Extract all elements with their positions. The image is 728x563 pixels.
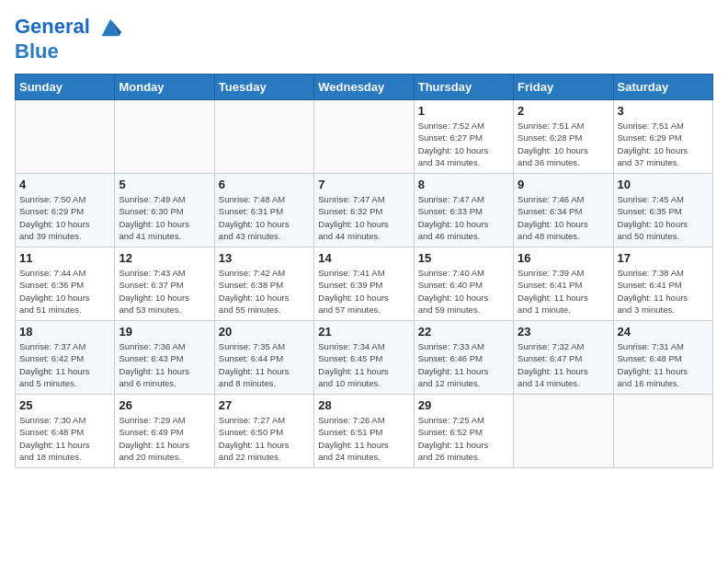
- day-number: 14: [318, 251, 409, 265]
- calendar-cell: 16Sunrise: 7:39 AM Sunset: 6:41 PM Dayli…: [514, 247, 613, 321]
- weekday-header-monday: Monday: [115, 75, 214, 100]
- calendar-cell: 7Sunrise: 7:47 AM Sunset: 6:32 PM Daylig…: [314, 174, 414, 247]
- calendar-cell: 2Sunrise: 7:51 AM Sunset: 6:28 PM Daylig…: [514, 100, 613, 174]
- logo: General Blue: [15, 15, 123, 63]
- day-info: Sunrise: 7:29 AM Sunset: 6:49 PM Dayligh…: [119, 414, 210, 463]
- calendar-cell: 3Sunrise: 7:51 AM Sunset: 6:29 PM Daylig…: [613, 100, 712, 174]
- calendar-week-3: 11Sunrise: 7:44 AM Sunset: 6:36 PM Dayli…: [16, 247, 713, 321]
- logo-general: General: [15, 15, 90, 38]
- weekday-header-thursday: Thursday: [414, 75, 513, 100]
- day-info: Sunrise: 7:32 AM Sunset: 6:47 PM Dayligh…: [518, 340, 609, 389]
- day-number: 3: [618, 104, 709, 118]
- day-info: Sunrise: 7:49 AM Sunset: 6:30 PM Dayligh…: [119, 193, 210, 242]
- day-number: 27: [219, 398, 310, 412]
- calendar-cell: [16, 100, 115, 174]
- calendar-cell: 11Sunrise: 7:44 AM Sunset: 6:36 PM Dayli…: [16, 247, 115, 321]
- calendar-cell: 21Sunrise: 7:34 AM Sunset: 6:45 PM Dayli…: [314, 321, 414, 395]
- day-number: 5: [119, 178, 210, 191]
- calendar-cell: 6Sunrise: 7:48 AM Sunset: 6:31 PM Daylig…: [214, 174, 313, 247]
- calendar-cell: 13Sunrise: 7:42 AM Sunset: 6:38 PM Dayli…: [214, 247, 313, 321]
- day-info: Sunrise: 7:36 AM Sunset: 6:43 PM Dayligh…: [119, 340, 210, 389]
- day-info: Sunrise: 7:40 AM Sunset: 6:40 PM Dayligh…: [418, 267, 509, 316]
- day-number: 18: [19, 325, 110, 339]
- day-info: Sunrise: 7:42 AM Sunset: 6:38 PM Dayligh…: [219, 267, 310, 316]
- calendar-cell: 12Sunrise: 7:43 AM Sunset: 6:37 PM Dayli…: [115, 247, 214, 321]
- day-info: Sunrise: 7:34 AM Sunset: 6:45 PM Dayligh…: [318, 340, 409, 389]
- calendar-week-1: 1Sunrise: 7:52 AM Sunset: 6:27 PM Daylig…: [16, 100, 713, 174]
- calendar-cell: 1Sunrise: 7:52 AM Sunset: 6:27 PM Daylig…: [414, 100, 513, 174]
- day-info: Sunrise: 7:51 AM Sunset: 6:29 PM Dayligh…: [618, 120, 709, 168]
- calendar-cell: 14Sunrise: 7:41 AM Sunset: 6:39 PM Dayli…: [314, 247, 414, 321]
- calendar-cell: 17Sunrise: 7:38 AM Sunset: 6:41 PM Dayli…: [613, 247, 712, 321]
- day-number: 15: [418, 251, 509, 265]
- day-info: Sunrise: 7:52 AM Sunset: 6:27 PM Dayligh…: [418, 120, 509, 168]
- day-info: Sunrise: 7:37 AM Sunset: 6:42 PM Dayligh…: [19, 340, 110, 389]
- calendar-cell: [115, 100, 214, 174]
- day-number: 13: [219, 251, 310, 265]
- day-info: Sunrise: 7:27 AM Sunset: 6:50 PM Dayligh…: [219, 414, 310, 463]
- day-info: Sunrise: 7:50 AM Sunset: 6:29 PM Dayligh…: [19, 193, 110, 242]
- day-number: 2: [518, 104, 609, 118]
- weekday-header-wednesday: Wednesday: [314, 75, 414, 100]
- day-number: 28: [318, 398, 409, 412]
- calendar-cell: 8Sunrise: 7:47 AM Sunset: 6:33 PM Daylig…: [414, 174, 513, 247]
- weekday-header-tuesday: Tuesday: [214, 75, 313, 100]
- day-info: Sunrise: 7:48 AM Sunset: 6:31 PM Dayligh…: [219, 193, 310, 242]
- calendar-cell: 22Sunrise: 7:33 AM Sunset: 6:46 PM Dayli…: [414, 321, 513, 395]
- day-info: Sunrise: 7:35 AM Sunset: 6:44 PM Dayligh…: [219, 340, 310, 389]
- day-number: 19: [119, 325, 210, 339]
- day-number: 9: [518, 178, 609, 191]
- calendar-cell: 28Sunrise: 7:26 AM Sunset: 6:51 PM Dayli…: [314, 395, 414, 468]
- day-number: 11: [19, 251, 110, 265]
- calendar-week-2: 4Sunrise: 7:50 AM Sunset: 6:29 PM Daylig…: [16, 174, 713, 247]
- day-number: 6: [219, 178, 310, 191]
- day-number: 10: [618, 178, 709, 191]
- day-number: 20: [219, 325, 310, 339]
- day-info: Sunrise: 7:45 AM Sunset: 6:35 PM Dayligh…: [618, 193, 709, 242]
- day-info: Sunrise: 7:41 AM Sunset: 6:39 PM Dayligh…: [318, 267, 409, 316]
- day-info: Sunrise: 7:44 AM Sunset: 6:36 PM Dayligh…: [19, 267, 110, 316]
- weekday-header-sunday: Sunday: [16, 75, 115, 100]
- calendar-cell: [514, 395, 613, 468]
- day-number: 22: [418, 325, 509, 339]
- day-number: 12: [119, 251, 210, 265]
- calendar-cell: 29Sunrise: 7:25 AM Sunset: 6:52 PM Dayli…: [414, 395, 513, 468]
- calendar-cell: 5Sunrise: 7:49 AM Sunset: 6:30 PM Daylig…: [115, 174, 214, 247]
- calendar-cell: 19Sunrise: 7:36 AM Sunset: 6:43 PM Dayli…: [115, 321, 214, 395]
- calendar-cell: 4Sunrise: 7:50 AM Sunset: 6:29 PM Daylig…: [16, 174, 115, 247]
- calendar-cell: 27Sunrise: 7:27 AM Sunset: 6:50 PM Dayli…: [214, 395, 313, 468]
- day-number: 17: [618, 251, 709, 265]
- day-info: Sunrise: 7:47 AM Sunset: 6:33 PM Dayligh…: [418, 193, 509, 242]
- calendar-table: SundayMondayTuesdayWednesdayThursdayFrid…: [15, 74, 713, 468]
- day-number: 25: [19, 398, 110, 412]
- day-number: 24: [618, 325, 709, 339]
- logo-icon: [97, 15, 123, 40]
- calendar-cell: [314, 100, 414, 174]
- day-number: 21: [318, 325, 409, 339]
- day-info: Sunrise: 7:26 AM Sunset: 6:51 PM Dayligh…: [318, 414, 409, 463]
- logo-text: General: [15, 15, 123, 40]
- weekday-header-row: SundayMondayTuesdayWednesdayThursdayFrid…: [16, 75, 713, 100]
- day-info: Sunrise: 7:43 AM Sunset: 6:37 PM Dayligh…: [119, 267, 210, 316]
- calendar-cell: 26Sunrise: 7:29 AM Sunset: 6:49 PM Dayli…: [115, 395, 214, 468]
- weekday-header-saturday: Saturday: [613, 75, 712, 100]
- weekday-header-friday: Friday: [514, 75, 613, 100]
- day-number: 7: [318, 178, 409, 191]
- day-number: 29: [418, 398, 509, 412]
- calendar-week-4: 18Sunrise: 7:37 AM Sunset: 6:42 PM Dayli…: [16, 321, 713, 395]
- calendar-cell: 25Sunrise: 7:30 AM Sunset: 6:48 PM Dayli…: [16, 395, 115, 468]
- calendar-cell: 20Sunrise: 7:35 AM Sunset: 6:44 PM Dayli…: [214, 321, 313, 395]
- calendar-cell: 9Sunrise: 7:46 AM Sunset: 6:34 PM Daylig…: [514, 174, 613, 247]
- day-number: 26: [119, 398, 210, 412]
- calendar-cell: [613, 395, 712, 468]
- day-number: 1: [418, 104, 509, 118]
- page-header: General Blue: [15, 15, 713, 63]
- day-info: Sunrise: 7:46 AM Sunset: 6:34 PM Dayligh…: [518, 193, 609, 242]
- day-number: 16: [518, 251, 609, 265]
- calendar-cell: 18Sunrise: 7:37 AM Sunset: 6:42 PM Dayli…: [16, 321, 115, 395]
- day-info: Sunrise: 7:51 AM Sunset: 6:28 PM Dayligh…: [518, 120, 609, 168]
- day-info: Sunrise: 7:33 AM Sunset: 6:46 PM Dayligh…: [418, 340, 509, 389]
- calendar-cell: 10Sunrise: 7:45 AM Sunset: 6:35 PM Dayli…: [613, 174, 712, 247]
- calendar-cell: 23Sunrise: 7:32 AM Sunset: 6:47 PM Dayli…: [514, 321, 613, 395]
- calendar-cell: [214, 100, 313, 174]
